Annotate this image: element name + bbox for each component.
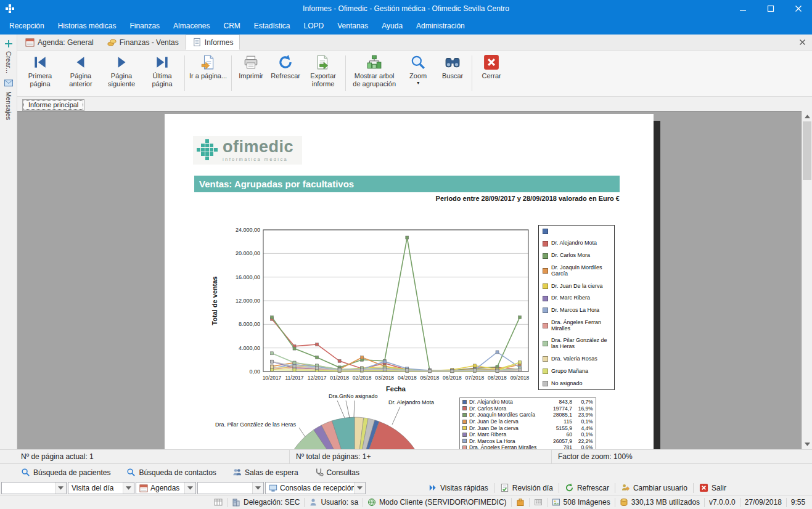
quickbar-button[interactable]: Salas de espera — [232, 468, 298, 477]
svg-text:05/2018: 05/2018 — [420, 375, 439, 381]
maximize-button[interactable] — [757, 0, 784, 17]
left-sidebar: Crear... Mensajes — [0, 35, 17, 463]
legend-item — [543, 229, 610, 234]
legend-marker — [543, 341, 548, 346]
chart-legend: Dr. Alejandro MotaDr. Carlos MoraDr. Joa… — [538, 225, 615, 390]
quickbar-button[interactable]: Consultas — [314, 468, 359, 477]
logo-text: ofimedic — [223, 139, 293, 155]
sidebar-messages-button[interactable]: Mensajes — [4, 79, 13, 120]
tab-label: Informes — [205, 38, 234, 47]
toolbar-button[interactable]: Página siguiente — [101, 52, 142, 94]
db-icon — [620, 498, 628, 507]
report-tab[interactable]: Informe principal — [22, 99, 84, 111]
toolbar-button[interactable]: Buscar — [435, 52, 470, 94]
bottom-toolbar-button[interactable]: Cambiar usuario — [615, 483, 693, 492]
bottom-toolbar-button[interactable]: Refrescar — [559, 483, 615, 492]
combo-dropdown-button[interactable] — [252, 483, 263, 494]
combo-dropdown-button[interactable] — [184, 483, 195, 494]
menu-item[interactable]: Historias médicas — [51, 17, 123, 35]
toolbar-button[interactable]: Cerrar — [474, 52, 509, 94]
quickbar-button[interactable]: Búsqueda de pacientes — [21, 468, 110, 477]
combo-box[interactable] — [1, 482, 67, 494]
toolbar-button[interactable]: Primera página — [20, 52, 60, 94]
statusline-item: v7.0.0.0 — [705, 498, 740, 507]
combo-value: Consolas de recepción — [266, 483, 354, 494]
bottom-toolbar-button[interactable]: Visitas rápidas — [422, 483, 494, 492]
combo-box[interactable]: Visita del día — [68, 482, 134, 494]
statusline-item: Delegación: SEC — [228, 498, 304, 507]
check-day-icon — [500, 483, 509, 492]
bottom-toolbar-button[interactable]: Salir — [694, 483, 732, 492]
menu-item[interactable]: Administración — [409, 17, 472, 35]
toolbar-button[interactable]: Ir a página... — [187, 52, 229, 94]
scroll-down-arrow[interactable] — [802, 439, 812, 449]
tabstrip: Agenda: GeneralFinanzas - VentasInformes — [0, 35, 812, 51]
legend-item: No asignado — [543, 381, 610, 386]
statusline-item-text: Delegación: SEC — [244, 498, 300, 507]
toolbar-button[interactable]: Zoom▾ — [401, 52, 435, 94]
combo-box[interactable]: Agendas — [136, 482, 196, 494]
menu-item[interactable]: Estadística — [247, 17, 297, 35]
menu-item[interactable]: Finanzas — [123, 17, 166, 35]
toolbar-button[interactable]: Mostrar arbol de agrupación — [348, 52, 401, 94]
bottom-toolbar-button-label: Refrescar — [577, 484, 609, 492]
combo-value: Visita del día — [68, 483, 123, 494]
toolbar-button[interactable]: Página anterior — [60, 52, 101, 94]
combo-box[interactable] — [197, 482, 264, 494]
document-tab[interactable]: Agenda: General — [18, 35, 100, 50]
menu-item[interactable]: Ventanas — [330, 17, 375, 35]
combo-box[interactable]: Consolas de recepción — [265, 482, 366, 494]
legend-label: Dr. Juan De la cierva — [551, 283, 603, 289]
series-color-chip — [462, 420, 467, 424]
combo-dropdown-button[interactable] — [55, 483, 66, 494]
legend-label: Grupo Mañana — [551, 369, 588, 374]
combo-dropdown-button[interactable] — [123, 483, 134, 494]
menu-item[interactable]: Almacenes — [166, 17, 216, 35]
table-cell-value: 28085,1 — [545, 412, 572, 418]
combo-group: Visita del díaAgendasConsolas de recepci… — [1, 482, 366, 494]
vertical-scrollbar[interactable] — [802, 111, 812, 449]
quickbar-button[interactable]: Búsqueda de contactos — [126, 468, 216, 477]
combo-value: Agendas — [136, 483, 184, 494]
document-tab[interactable]: Finanzas - Ventas — [100, 35, 186, 50]
menu-item[interactable]: CRM — [216, 17, 247, 35]
toolbar-button[interactable]: Última página — [142, 52, 182, 94]
menu-item[interactable]: Recepción — [2, 17, 51, 35]
document-tab[interactable]: Informes — [186, 35, 240, 50]
bottom-toolbar-button-label: Visitas rápidas — [440, 484, 488, 492]
legend-marker — [543, 369, 548, 374]
toolbar-button[interactable]: Refrescar — [268, 52, 303, 94]
close-button[interactable] — [784, 0, 812, 17]
toolbar-button-label: Buscar — [442, 72, 463, 80]
scroll-up-arrow[interactable] — [802, 111, 812, 121]
sidebar-create-button[interactable]: Crear... — [4, 39, 13, 73]
coins-tab-icon — [107, 38, 117, 47]
bottom-toolbar-button[interactable]: Revisión día — [494, 483, 559, 492]
logo-subtitle: informática médica — [223, 157, 293, 162]
legend-marker — [543, 307, 548, 313]
plus-icon — [4, 39, 13, 48]
combo-dropdown-button[interactable] — [354, 483, 365, 494]
statusline-item — [512, 498, 529, 507]
window-title: Informes - Ofimedic - Gestión médica - O… — [0, 4, 812, 13]
svg-text:8.000,00: 8.000,00 — [239, 321, 260, 327]
quick-toolbar: Búsqueda de pacientesBúsqueda de contact… — [0, 463, 812, 481]
tabstrip-close-icon[interactable] — [799, 39, 806, 46]
toolbar-button[interactable]: Imprimir — [234, 52, 268, 94]
svg-text:01/2018: 01/2018 — [330, 375, 349, 381]
statusbar-page-total: Nº total de páginas: 1+ — [290, 450, 552, 463]
legend-label: Dr. Joaquín Mordiles García — [551, 265, 610, 277]
report-viewer[interactable]: ofimedic informática médica Ventas: Agru… — [17, 111, 802, 449]
legend-label: Dr. Alejandro Mota — [551, 240, 597, 246]
svg-text:Total de ventas: Total de ventas — [211, 276, 218, 325]
scroll-thumb[interactable] — [803, 121, 811, 180]
legend-label: Dra. Pilar González de las Heras — [551, 338, 610, 349]
toolbar-button[interactable]: Exportar informe — [303, 52, 343, 94]
minimize-button[interactable] — [729, 0, 757, 17]
window-buttons — [729, 0, 812, 17]
menu-item[interactable]: Ayuda — [375, 17, 409, 35]
people-icon — [232, 468, 242, 477]
menu-item[interactable]: LOPD — [297, 17, 331, 35]
legend-marker — [543, 268, 548, 274]
last-page-icon — [154, 54, 170, 70]
